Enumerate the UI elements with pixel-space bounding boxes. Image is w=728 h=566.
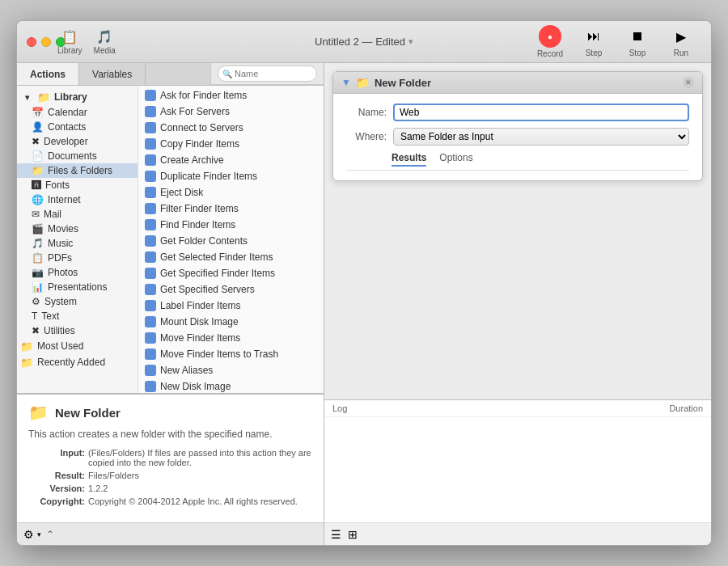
action-icon-copy — [145, 138, 156, 150]
action-new-aliases[interactable]: New Aliases — [138, 362, 324, 378]
sidebar-item-movies[interactable]: 🎬 Movies — [17, 222, 138, 236]
action-filter[interactable]: Filter Finder Items — [138, 201, 324, 217]
action-icon-get-spec — [145, 268, 156, 279]
sidebar-item-internet[interactable]: 🌐 Internet — [17, 192, 138, 207]
action-move[interactable]: Move Finder Items — [138, 330, 324, 346]
action-label: Move Finder Items — [160, 332, 240, 344]
tab-options[interactable]: Options — [439, 152, 472, 167]
action-ask-servers[interactable]: Ask For Servers — [138, 103, 324, 120]
contacts-icon: 👤 — [32, 121, 44, 133]
gear-icon: ⚙ — [23, 528, 34, 541]
tab-variables[interactable]: Variables — [79, 63, 146, 85]
action-move-trash[interactable]: Move Finder Items to Trash — [138, 346, 324, 362]
action-get-specified[interactable]: Get Specified Finder Items — [138, 265, 324, 281]
sidebar-item-pdfs[interactable]: 📋 PDFs — [17, 251, 138, 265]
gear-chevron-icon: ▾ — [37, 530, 41, 539]
dialog-box: ▼ 📁 New Folder ✕ Name: Where: — [332, 71, 703, 181]
sidebar-item-presentations[interactable]: 📊 Presentations — [17, 280, 138, 294]
action-get-folder[interactable]: Get Folder Contents — [138, 233, 324, 249]
chevron-button[interactable]: ⌃ — [46, 529, 54, 540]
chevron-icon: ⌃ — [46, 529, 54, 540]
dialog-title: New Folder — [375, 77, 678, 89]
action-duplicate[interactable]: Duplicate Finder Items — [138, 168, 324, 184]
action-label-items[interactable]: Label Finder Items — [138, 298, 324, 314]
action-label: Find Finder Items — [160, 219, 235, 230]
action-copy-finder[interactable]: Copy Finder Items — [138, 136, 324, 152]
library-tool[interactable]: 📋 Library — [57, 29, 83, 55]
stop-button[interactable]: ⏹ Stop — [617, 23, 658, 61]
sidebar-item-text[interactable]: T Text — [17, 309, 138, 323]
step-button[interactable]: ⏭ Step — [574, 23, 614, 61]
info-row-copyright: Copyright: Copyright © 2004-2012 Apple I… — [28, 496, 312, 506]
run-label: Run — [674, 49, 688, 57]
dialog-title-icon: 📁 — [356, 76, 370, 89]
titlebar: 📋 Library 🎵 Media Untitled 2 — Edited ▾ … — [17, 21, 711, 63]
sidebar-item-files-folders[interactable]: 📁 Files & Folders — [17, 163, 138, 178]
tab-actions[interactable]: Actions — [17, 63, 79, 85]
dialog-where-select[interactable]: Same Folder as Input — [393, 128, 689, 146]
sidebar-item-developer[interactable]: ✖ Developer — [17, 134, 138, 149]
record-button[interactable]: ● Record — [530, 22, 570, 61]
mostused-icon: 📁 — [20, 340, 33, 353]
sidebar-item-mostused[interactable]: 📁 Most Used — [17, 338, 138, 354]
action-get-selected[interactable]: Get Selected Finder Items — [138, 249, 324, 265]
stop-icon: ⏹ — [631, 29, 644, 44]
media-icon: 🎵 — [96, 29, 112, 44]
action-eject[interactable]: Eject Disk — [138, 184, 324, 201]
system-icon: ⚙ — [32, 296, 40, 307]
action-create-archive[interactable]: Create Archive — [138, 152, 324, 168]
info-row-result: Result: Files/Folders — [28, 471, 312, 480]
sidebar-item-utilities[interactable]: ✖ Utilities — [17, 323, 138, 338]
action-mount[interactable]: Mount Disk Image — [138, 314, 324, 330]
sidebar-icon-library: 📁 — [37, 91, 50, 103]
action-find[interactable]: Find Finder Items — [138, 217, 324, 233]
sidebar-item-mail[interactable]: ✉ Mail — [17, 207, 138, 222]
minimize-button[interactable] — [41, 37, 51, 47]
sidebar-item-recent[interactable]: 📁 Recently Added — [17, 354, 138, 370]
window-title: Untitled 2 — Edited ▾ — [315, 36, 413, 48]
dialog-name-input[interactable] — [393, 103, 689, 121]
dialog-where-label: Where: — [346, 131, 387, 142]
sidebar-label-library: Library — [54, 91, 87, 103]
sidebar-label-utilities: Utilities — [44, 325, 75, 336]
step-icon: ⏭ — [587, 29, 600, 44]
main-window: 📋 Library 🎵 Media Untitled 2 — Edited ▾ … — [16, 20, 712, 546]
dialog-close-button[interactable]: ✕ — [683, 77, 694, 88]
sidebar-item-photos[interactable]: 📷 Photos — [17, 265, 138, 280]
action-new-disk[interactable]: New Disk Image — [138, 378, 324, 393]
sidebar-label-movies: Movies — [48, 223, 78, 234]
action-connect-servers[interactable]: Connect to Servers — [138, 120, 324, 136]
run-button[interactable]: ▶ Run — [661, 23, 701, 61]
sidebar-label-photos: Photos — [48, 267, 78, 278]
sidebar-item-fonts[interactable]: 🅰 Fonts — [17, 178, 138, 192]
sidebar-item-system[interactable]: ⚙ System — [17, 294, 138, 309]
search-input[interactable] — [218, 65, 317, 82]
action-label: Connect to Servers — [160, 122, 243, 133]
sidebar-item-library[interactable]: ▾ 📁 Library — [17, 89, 138, 105]
tab-results[interactable]: Results — [392, 152, 426, 167]
bottom-title: New Folder — [55, 406, 121, 420]
media-label: Media — [94, 46, 116, 55]
action-get-servers[interactable]: Get Specified Servers — [138, 281, 324, 298]
dialog-tabs: Results Options — [346, 152, 689, 171]
list-view-icon[interactable]: ☰ — [331, 528, 341, 541]
action-label: Eject Disk — [160, 187, 203, 198]
toolbar-tools: ● Record ⏭ Step ⏹ Stop ▶ Run — [530, 22, 701, 61]
action-label: Duplicate Finder Items — [160, 171, 257, 182]
sidebar: ▾ 📁 Library 📅 Calendar 👤 Contacts ✖ — [17, 86, 138, 393]
media-tool[interactable]: 🎵 Media — [94, 29, 116, 55]
action-icon-mount — [145, 316, 156, 327]
gear-button[interactable]: ⚙ ▾ — [23, 528, 41, 541]
action-icon-get-srv — [145, 284, 156, 295]
sidebar-item-documents[interactable]: 📄 Documents — [17, 149, 138, 163]
action-icon-ask-servers — [145, 106, 156, 117]
close-button[interactable] — [27, 37, 36, 47]
sidebar-item-music[interactable]: 🎵 Music — [17, 236, 138, 251]
log-content — [324, 417, 711, 522]
grid-view-icon[interactable]: ⊞ — [348, 528, 358, 541]
music-icon: 🎵 — [32, 238, 44, 249]
sidebar-item-calendar[interactable]: 📅 Calendar — [17, 105, 138, 120]
sidebar-item-contacts[interactable]: 👤 Contacts — [17, 120, 138, 134]
action-ask-finder[interactable]: Ask for Finder Items — [138, 87, 324, 103]
dialog-name-label: Name: — [346, 107, 387, 118]
